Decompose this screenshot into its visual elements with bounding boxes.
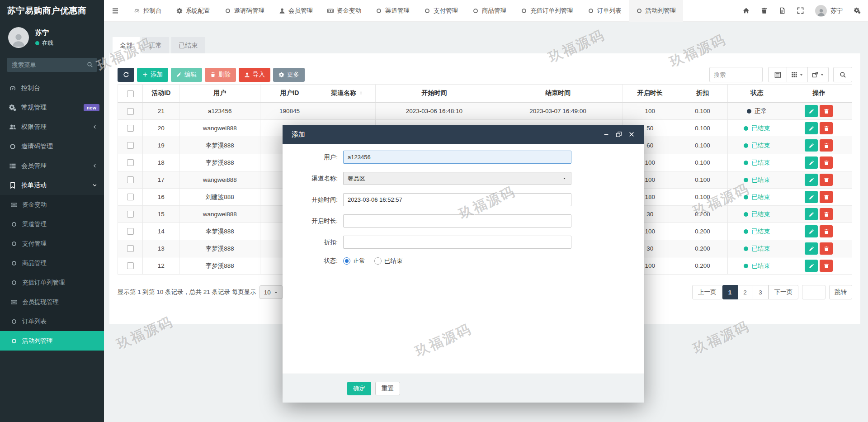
detail-view-button[interactable] [768,67,787,82]
clear-cache-icon[interactable] [779,7,786,14]
sidebar-item-invite-codes[interactable]: 邀请码管理 [0,137,104,156]
delete-row-button[interactable] [820,260,833,272]
sidebar-search-input[interactable] [7,58,97,72]
fullscreen-icon[interactable] [797,7,804,14]
column-header[interactable]: 渠道名称 [319,85,375,103]
import-button[interactable]: 导入 [239,68,270,82]
refresh-button[interactable] [118,68,134,82]
page-button-2[interactable]: 2 [738,285,753,299]
row-checkbox[interactable] [127,245,134,252]
dialog-header[interactable]: 添加 [283,125,644,144]
page-button-1[interactable]: 1 [722,285,738,299]
row-checkbox[interactable] [127,211,134,218]
row-checkbox[interactable] [127,228,134,235]
delete-row-button[interactable] [820,225,833,237]
channel-select[interactable]: 奢品区 [343,172,571,185]
sidebar-subitem-withdrawals[interactable]: 会员提现管理 [0,292,104,312]
next-page-button[interactable]: 下一页 [769,285,799,299]
edit-row-button[interactable] [805,156,818,169]
add-button[interactable]: 添加 [137,68,168,82]
sidebar-subitem-activities[interactable]: 活动列管理 [0,331,104,351]
row-checkbox[interactable] [127,90,134,97]
radio-ended[interactable]: 已结束 [374,257,403,265]
sidebar-subitem-goods[interactable]: 商品管理 [0,253,104,273]
page-size-select[interactable]: 10 [259,285,283,299]
tab-normal[interactable]: 正常 [142,37,169,53]
trash-icon[interactable] [761,7,768,14]
settings-gear-icon[interactable] [854,7,861,14]
edit-row-button[interactable] [805,225,818,237]
sidebar-item-members[interactable]: 会员管理 [0,156,104,175]
prev-page-button[interactable]: 上一页 [692,285,722,299]
sidebar-subitem-funds[interactable]: 资金变动 [0,195,104,214]
topnav-item-members[interactable]: 会员管理 [272,0,320,22]
page-button-3[interactable]: 3 [753,285,769,299]
row-checkbox[interactable] [127,262,134,269]
tab-ended[interactable]: 已结束 [171,37,205,53]
topnav-item-goods[interactable]: 商品管理 [465,0,514,22]
topnav-item-invite-codes[interactable]: 邀请码管理 [217,0,272,22]
jump-button[interactable]: 跳转 [829,285,852,299]
delete-row-button[interactable] [820,105,833,117]
edit-row-button[interactable] [805,174,818,186]
delete-row-button[interactable] [820,122,833,134]
edit-row-button[interactable] [805,242,818,255]
sidebar-item-dashboard[interactable]: 控制台 [0,78,104,98]
start-time-field[interactable] [343,193,571,206]
radio-normal[interactable]: 正常 [343,257,365,265]
delete-row-button[interactable] [820,156,833,169]
menu-toggle[interactable] [104,0,127,22]
row-checkbox[interactable] [127,176,134,183]
jump-page-input[interactable] [802,285,826,299]
home-icon[interactable] [743,7,750,14]
edit-row-button[interactable] [805,208,818,220]
maximize-icon[interactable] [616,131,622,138]
row-checkbox[interactable] [127,142,134,149]
topnav-item-recharge-orders[interactable]: 充值订单列管理 [514,0,580,22]
delete-row-button[interactable] [820,139,833,152]
delete-row-button[interactable] [820,242,833,255]
user-field[interactable] [343,151,571,164]
duration-field[interactable] [343,214,571,228]
row-checkbox[interactable] [127,108,134,115]
edit-row-button[interactable] [805,191,818,203]
topnav-item-system-config[interactable]: 系统配置 [169,0,217,22]
delete-row-button[interactable] [820,191,833,203]
more-button[interactable]: 更多 [273,68,305,82]
topbar-user[interactable]: 苏宁 [815,5,843,17]
topnav-item-activities[interactable]: 活动列管理 [629,0,684,22]
topnav-item-dashboard[interactable]: 控制台 [127,0,169,22]
columns-button[interactable] [787,67,808,82]
row-checkbox[interactable] [127,194,134,200]
row-checkbox[interactable] [127,125,134,132]
row-checkbox[interactable] [127,159,134,166]
sidebar-item-permissions[interactable]: 权限管理 [0,117,104,137]
tab-all[interactable]: 全部 [113,37,140,53]
edit-row-button[interactable] [805,122,818,134]
edit-row-button[interactable] [805,105,818,117]
sidebar-item-grab-activity[interactable]: 抢单活动 [0,175,104,195]
confirm-button[interactable]: 确定 [347,382,371,395]
topnav-item-orders[interactable]: 订单列表 [580,0,629,22]
discount-field[interactable] [343,236,571,249]
search-button[interactable] [833,67,852,82]
sidebar-item-general[interactable]: 常规管理new [0,98,104,117]
reset-button[interactable]: 重置 [375,382,400,395]
close-icon[interactable] [628,131,635,138]
delete-button[interactable]: 删除 [205,68,236,82]
sidebar-subitem-payments[interactable]: 支付管理 [0,234,104,253]
sidebar-subitem-channels[interactable]: 渠道管理 [0,214,104,234]
topnav-item-payments[interactable]: 支付管理 [417,0,465,22]
edit-row-button[interactable] [805,260,818,272]
sidebar-subitem-recharge-orders[interactable]: 充值订单列管理 [0,273,104,292]
edit-button[interactable]: 编辑 [171,68,202,82]
minimize-icon[interactable] [603,131,609,138]
topnav-item-funds[interactable]: 资金变动 [320,0,368,22]
sidebar-subitem-orders[interactable]: 订单列表 [0,312,104,331]
topnav-item-channels[interactable]: 渠道管理 [368,0,417,22]
edit-row-button[interactable] [805,139,818,152]
export-button[interactable] [808,67,829,82]
table-search-input[interactable] [709,67,763,82]
delete-row-button[interactable] [820,208,833,220]
delete-row-button[interactable] [820,174,833,186]
